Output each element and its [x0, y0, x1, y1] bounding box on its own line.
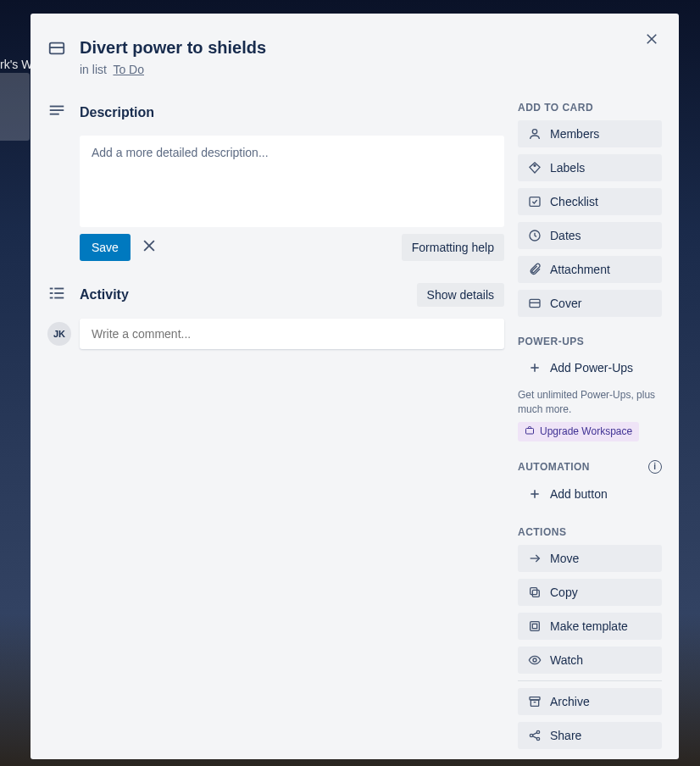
cover-icon: [528, 297, 542, 310]
add-powerups-label: Add Power-Ups: [550, 361, 633, 375]
checklist-button[interactable]: Checklist: [518, 188, 662, 215]
add-powerups-button[interactable]: Add Power-Ups: [518, 354, 662, 381]
svg-point-16: [534, 164, 536, 166]
labels-label: Labels: [550, 161, 585, 175]
activity-icon: [47, 284, 68, 306]
card-title[interactable]: Divert power to shields: [80, 36, 266, 59]
checklist-label: Checklist: [550, 195, 598, 208]
close-button[interactable]: [638, 27, 665, 54]
arrow-right-icon: [528, 552, 542, 565]
share-icon: [528, 729, 542, 742]
description-textarea[interactable]: Add a more detailed description...: [80, 136, 504, 227]
comment-input[interactable]: [80, 319, 504, 349]
tag-icon: [528, 161, 542, 175]
move-label: Move: [550, 552, 579, 565]
cover-label: Cover: [550, 297, 581, 310]
card-header-icon: [47, 36, 68, 61]
svg-rect-6: [50, 114, 59, 115]
automation-heading: AUTOMATION i: [518, 460, 662, 474]
add-automation-button[interactable]: Add button: [518, 480, 662, 508]
add-to-card-heading: ADD TO CARD: [518, 102, 662, 114]
description-icon: [47, 102, 68, 124]
actions-divider: [518, 680, 662, 681]
actions-heading: ACTIONS: [518, 526, 662, 538]
background-list-fragment: [0, 73, 30, 141]
svg-rect-33: [531, 700, 538, 706]
paperclip-icon: [528, 263, 542, 276]
members-label: Members: [550, 127, 599, 141]
close-icon: [141, 237, 158, 258]
upgrade-workspace-button[interactable]: Upgrade Workspace: [518, 422, 639, 441]
svg-rect-27: [532, 590, 539, 597]
formatting-help-button[interactable]: Formatting help: [402, 234, 504, 261]
svg-rect-9: [50, 288, 53, 290]
template-icon: [528, 619, 542, 633]
card-list-info: in list To Do: [80, 63, 266, 76]
user-avatar[interactable]: JK: [47, 322, 71, 346]
list-link[interactable]: To Do: [113, 63, 144, 76]
upgrade-label: Upgrade Workspace: [540, 425, 632, 437]
show-details-button[interactable]: Show details: [417, 283, 504, 307]
make-template-label: Make template: [550, 619, 628, 633]
user-icon: [528, 127, 542, 141]
cancel-button[interactable]: [139, 237, 159, 258]
cover-button[interactable]: Cover: [518, 290, 662, 317]
svg-rect-28: [531, 587, 537, 594]
svg-rect-5: [50, 109, 64, 111]
save-button[interactable]: Save: [80, 234, 131, 261]
powerups-note: Get unlimited Power-Ups, plus much more.: [518, 388, 662, 417]
svg-line-38: [532, 732, 536, 735]
add-automation-label: Add button: [550, 487, 608, 501]
svg-rect-11: [50, 292, 53, 294]
svg-rect-12: [54, 292, 64, 294]
copy-icon: [528, 586, 542, 599]
clock-icon: [528, 229, 542, 242]
svg-line-39: [532, 735, 536, 738]
svg-rect-13: [50, 297, 53, 299]
plus-icon: [528, 361, 542, 375]
list-prefix: in list: [80, 63, 107, 76]
svg-rect-17: [530, 197, 540, 207]
share-button[interactable]: Share: [518, 722, 662, 749]
workspace-name-partial: rk's W: [0, 58, 32, 71]
share-label: Share: [550, 729, 581, 742]
svg-rect-14: [54, 297, 64, 299]
watch-label: Watch: [550, 653, 583, 667]
plus-icon: [528, 487, 542, 501]
move-button[interactable]: Move: [518, 545, 662, 572]
attachment-button[interactable]: Attachment: [518, 256, 662, 283]
close-icon: [644, 31, 659, 50]
dates-label: Dates: [550, 229, 581, 242]
activity-heading: Activity: [80, 287, 405, 303]
description-heading: Description: [80, 105, 504, 120]
svg-point-15: [532, 130, 536, 134]
copy-label: Copy: [550, 586, 578, 599]
archive-button[interactable]: Archive: [518, 688, 662, 715]
svg-rect-10: [54, 288, 64, 290]
copy-button[interactable]: Copy: [518, 579, 662, 606]
powerups-heading: POWER-UPS: [518, 336, 662, 347]
members-button[interactable]: Members: [518, 120, 662, 147]
briefcase-icon: [525, 425, 535, 438]
archive-label: Archive: [550, 695, 590, 708]
svg-rect-30: [532, 624, 536, 628]
info-icon[interactable]: i: [648, 460, 662, 474]
dates-button[interactable]: Dates: [518, 222, 662, 249]
checklist-icon: [528, 195, 542, 208]
svg-rect-23: [526, 428, 534, 434]
eye-icon: [528, 653, 542, 667]
make-template-button[interactable]: Make template: [518, 613, 662, 640]
archive-icon: [528, 695, 542, 708]
svg-point-31: [533, 658, 536, 662]
watch-button[interactable]: Watch: [518, 647, 662, 674]
attachment-label: Attachment: [550, 263, 610, 276]
labels-button[interactable]: Labels: [518, 154, 662, 181]
card-modal: Divert power to shields in list To Do De…: [31, 14, 679, 759]
svg-rect-29: [531, 621, 540, 630]
svg-rect-4: [50, 106, 64, 108]
